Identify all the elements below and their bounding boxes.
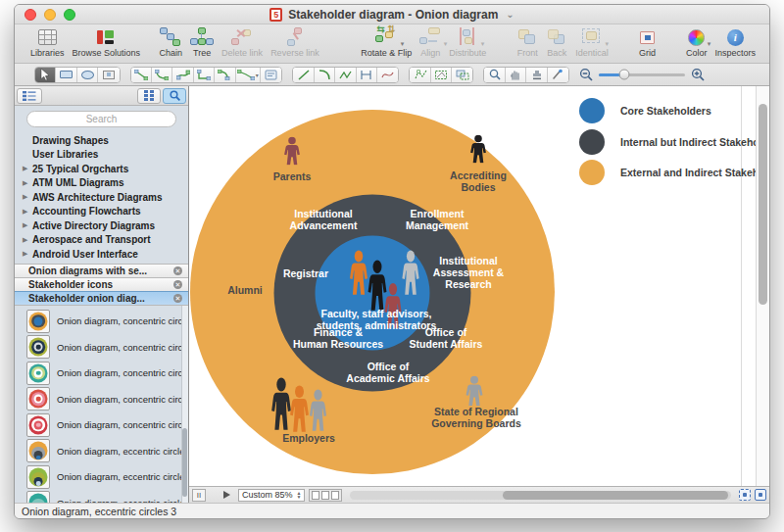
- chain-connector-tool[interactable]: ▾: [236, 68, 262, 82]
- identical-button[interactable]: ▾ Identical: [571, 26, 612, 62]
- arc-tool[interactable]: [315, 68, 335, 82]
- freehand-tool[interactable]: [377, 68, 398, 82]
- reshape-tool[interactable]: [410, 68, 430, 82]
- reverse-link-button[interactable]: Reverse link: [267, 26, 323, 62]
- disclosure-triangle-icon[interactable]: ▶: [23, 236, 32, 244]
- page-tabs[interactable]: [309, 489, 342, 502]
- state-board-person-icon[interactable]: [463, 376, 486, 407]
- sidebar-item-aws-architecture-diagrams[interactable]: ▶AWS Architecture Diagrams: [15, 190, 188, 205]
- zoom-out-icon[interactable]: [579, 68, 593, 81]
- insert-object-tool[interactable]: [98, 68, 119, 82]
- search-input[interactable]: [26, 111, 176, 127]
- bezier-connector-tool[interactable]: [172, 68, 193, 82]
- list-item[interactable]: Onion diagram, concentric circl...: [15, 334, 188, 361]
- inspectors-button[interactable]: i Inspectors: [710, 26, 760, 62]
- core-person-icon[interactable]: [401, 250, 421, 295]
- ellipse-tool[interactable]: [77, 68, 98, 82]
- disclosure-triangle-icon[interactable]: ▶: [23, 250, 32, 258]
- zoom-slider[interactable]: [599, 73, 685, 76]
- legend[interactable]: Core Stakeholders Internal but Indirect …: [579, 98, 769, 191]
- sidebar-scrollbar-thumb[interactable]: [182, 428, 187, 497]
- sidebar-item-25-typical-orgcharts[interactable]: ▶25 Typical Orgcharts: [15, 162, 188, 176]
- browse-solutions-button[interactable]: Browse Solutions: [69, 26, 145, 62]
- page-tab[interactable]: [312, 491, 319, 500]
- zoom-in-icon[interactable]: [691, 68, 705, 81]
- legend-row[interactable]: External and Indirect Stakeholders: [579, 160, 769, 185]
- label-alumni[interactable]: Alumni: [227, 284, 263, 296]
- list-item[interactable]: Onion diagram, concentric circl...: [15, 309, 188, 335]
- line-tool[interactable]: [293, 68, 314, 82]
- label-office-academic-affairs[interactable]: Office of Academic Affairs: [346, 361, 429, 384]
- close-window-button[interactable]: [24, 9, 36, 21]
- legend-row[interactable]: Core Stakeholders: [579, 98, 769, 123]
- delete-link-button[interactable]: Delete link: [218, 26, 267, 62]
- close-icon[interactable]: ✕: [173, 294, 182, 303]
- sidebar-item-drawing-shapes[interactable]: Drawing Shapes: [15, 133, 188, 148]
- zoom-slider-knob[interactable]: [619, 70, 630, 80]
- chain-button[interactable]: Chain: [156, 26, 187, 62]
- pointer-tool[interactable]: [35, 68, 56, 82]
- sidebar-scrollbar[interactable]: [181, 306, 188, 504]
- label-registrar[interactable]: Registrar: [283, 267, 328, 279]
- page-tab[interactable]: [331, 491, 339, 500]
- color-button[interactable]: ▾ Color: [682, 26, 711, 62]
- close-icon[interactable]: ✕: [173, 280, 182, 289]
- close-icon[interactable]: ✕: [173, 266, 182, 275]
- next-page-icon[interactable]: [223, 491, 230, 499]
- align-button[interactable]: ▾ Align: [416, 26, 445, 62]
- sidebar-item-active-directory-diagrams[interactable]: ▶Active Directory Diagrams: [15, 218, 188, 233]
- list-item[interactable]: Onion diagram, eccentric circles 1: [15, 438, 188, 464]
- list-item[interactable]: Onion diagram, concentric circl...: [15, 412, 188, 439]
- label-accrediting-bodies[interactable]: Accrediting Bodies: [450, 169, 507, 193]
- title-chevron-icon[interactable]: ⌄: [506, 9, 514, 20]
- zoom-window-button[interactable]: [64, 9, 75, 21]
- sidebar-item-aerospace-and-transport[interactable]: ▶Aerospace and Transport: [15, 233, 188, 248]
- thumbnail-view-button[interactable]: [137, 88, 161, 104]
- stamp-tool[interactable]: [526, 68, 547, 82]
- horizontal-scrollbar[interactable]: [350, 491, 731, 500]
- label-institutional-assessment[interactable]: Institutional Assessment & Research: [433, 255, 504, 290]
- list-item[interactable]: Onion diagram, concentric circl...: [15, 386, 188, 412]
- sidebar-item-atm-uml-diagrams[interactable]: ▶ATM UML Diagrams: [15, 176, 188, 191]
- label-parents[interactable]: Parents: [273, 170, 312, 182]
- pan-navigator-icon[interactable]: [739, 489, 751, 501]
- horizontal-scrollbar-thumb[interactable]: [503, 491, 728, 500]
- back-button[interactable]: Back: [542, 26, 571, 62]
- page-navigator-icon[interactable]: [755, 489, 766, 501]
- label-employers[interactable]: Employers: [282, 432, 335, 444]
- tab-stakeholder-icons[interactable]: Stakeholder icons✕: [15, 277, 188, 291]
- direct-connector-tool[interactable]: [131, 68, 152, 82]
- disclosure-triangle-icon[interactable]: ▶: [23, 208, 32, 216]
- rectangle-tool[interactable]: [56, 68, 76, 82]
- front-button[interactable]: Front: [513, 26, 542, 62]
- zoom-level-control[interactable]: Custom 85% ▲▼: [238, 489, 305, 502]
- round-connector-tool[interactable]: [215, 68, 235, 82]
- drawing-area[interactable]: Parents Accrediting Bodies Alumni Employ…: [189, 86, 769, 486]
- rotate-flip-button[interactable]: ⇆ ⇅ ▾ Rotate & Flip: [357, 26, 416, 62]
- minimize-window-button[interactable]: [44, 9, 56, 21]
- sidebar-item-android-user-interface[interactable]: ▶Android User Interface: [15, 247, 188, 262]
- list-item[interactable]: Onion diagram, eccentric circles 2: [15, 464, 188, 491]
- legend-row[interactable]: Internal but Indirect Stakeholders: [579, 129, 769, 155]
- pan-hand-tool[interactable]: [506, 68, 526, 82]
- label-state-governing-boards[interactable]: State of Regional Governing Boards: [431, 406, 521, 429]
- polyline-tool[interactable]: [335, 68, 356, 82]
- smart-connector-tool[interactable]: [194, 68, 215, 82]
- library-list-view-button[interactable]: [17, 88, 42, 104]
- library-search-button[interactable]: [163, 88, 186, 104]
- group-tool[interactable]: [452, 68, 472, 82]
- parents-person-icon[interactable]: [281, 137, 303, 166]
- disclosure-triangle-icon[interactable]: ▶: [23, 179, 32, 187]
- list-item[interactable]: Onion diagram, concentric circl...: [15, 361, 188, 387]
- label-institutional-advancement[interactable]: Institutional Advancement: [290, 208, 358, 231]
- libraries-button[interactable]: Libraries: [26, 26, 69, 62]
- page-tab[interactable]: [321, 491, 329, 500]
- text-block-tool[interactable]: [261, 68, 281, 82]
- grid-button[interactable]: Grid: [635, 26, 660, 62]
- arc-connector-tool[interactable]: [152, 68, 172, 82]
- vertical-scrollbar[interactable]: [756, 86, 769, 486]
- label-enrollment-management[interactable]: Enrollment Management: [406, 208, 468, 231]
- tab-stakeholder-onion-diagrams[interactable]: Stakeholder onion diag...✕: [15, 291, 188, 305]
- spline-tool[interactable]: [357, 68, 377, 82]
- list-item[interactable]: Onion diagram, eccentric circles 3: [15, 490, 188, 503]
